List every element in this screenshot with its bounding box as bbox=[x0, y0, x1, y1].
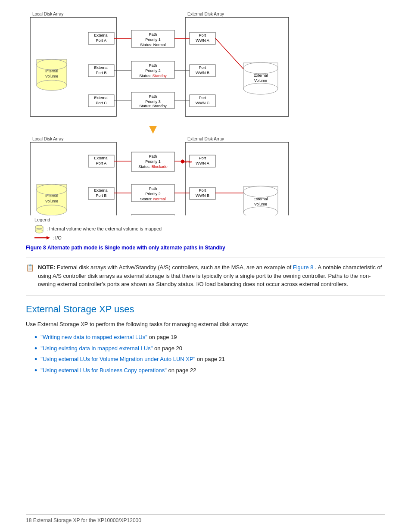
svg-text:External Disk Array: External Disk Array bbox=[187, 137, 224, 141]
svg-point-43 bbox=[243, 62, 278, 74]
svg-point-60 bbox=[37, 184, 67, 195]
svg-text:Volume: Volume bbox=[254, 202, 267, 206]
svg-text:Volume: Volume bbox=[45, 74, 58, 78]
svg-text:WWN B: WWN B bbox=[196, 71, 209, 75]
svg-text:Priority 2: Priority 2 bbox=[145, 68, 161, 73]
bullet-plain-2: on page 20 bbox=[154, 345, 182, 352]
svg-text:Path: Path bbox=[149, 187, 157, 191]
svg-text:WWN C: WWN C bbox=[196, 101, 210, 105]
diagram-svg: Local Disk Array Internal Volume Externa… bbox=[26, 9, 385, 215]
list-item: • "Using existing data in mapped externa… bbox=[34, 344, 385, 354]
io-arrow-icon bbox=[34, 235, 50, 240]
svg-text:Port A: Port A bbox=[96, 38, 107, 43]
svg-text:External: External bbox=[94, 188, 108, 193]
note-label: NOTE: bbox=[38, 264, 55, 271]
page-footer: 18 External Storage XP for the XP10000/X… bbox=[26, 514, 385, 523]
svg-text:Priority 1: Priority 1 bbox=[145, 159, 161, 164]
svg-text:Port A: Port A bbox=[96, 161, 107, 165]
list-item-text: "Writing new data to mapped external LUs… bbox=[40, 333, 177, 342]
svg-text:Port: Port bbox=[199, 156, 206, 160]
svg-marker-115 bbox=[47, 236, 50, 240]
bullet-link-3[interactable]: "Using external LUs for Volume Migration… bbox=[40, 356, 195, 362]
svg-text:WWN B: WWN B bbox=[196, 193, 209, 198]
svg-text:Priority 2: Priority 2 bbox=[145, 192, 161, 196]
svg-line-48 bbox=[215, 38, 243, 69]
svg-text:Status: Blockade: Status: Blockade bbox=[138, 165, 168, 169]
svg-text:Path: Path bbox=[149, 154, 157, 159]
svg-text:Port C: Port C bbox=[96, 101, 107, 105]
svg-point-98 bbox=[243, 186, 278, 197]
svg-text:Volume: Volume bbox=[254, 78, 267, 83]
svg-text:Port: Port bbox=[199, 96, 206, 100]
svg-text:External: External bbox=[94, 33, 108, 37]
note-icon: 📋 bbox=[26, 264, 34, 272]
svg-text:Port: Port bbox=[199, 33, 206, 37]
note-content: NOTE: External disk arrays with Active/S… bbox=[38, 263, 385, 289]
svg-text:Status: Normal: Status: Normal bbox=[140, 197, 166, 201]
list-item-text: "Using existing data in mapped external … bbox=[40, 344, 182, 353]
svg-text:Volume: Volume bbox=[45, 199, 58, 203]
list-item: • "Using external LUs for Business Copy … bbox=[34, 366, 385, 376]
bullet-plain-4: on page 22 bbox=[168, 367, 196, 373]
svg-text:Path: Path bbox=[149, 32, 157, 37]
svg-point-4 bbox=[37, 80, 67, 90]
bullet-link-4[interactable]: "Using external LUs for Business Copy op… bbox=[40, 367, 166, 373]
note-figure-link[interactable]: Figure 8 bbox=[293, 264, 314, 271]
svg-point-5 bbox=[37, 59, 67, 70]
svg-text:Port B: Port B bbox=[96, 193, 106, 198]
svg-text:Local Disk Array: Local Disk Array bbox=[32, 137, 63, 141]
svg-rect-80 bbox=[131, 215, 174, 215]
footer-text: 18 External Storage XP for the XP10000/X… bbox=[26, 517, 141, 523]
legend-io-text: : I/O bbox=[53, 235, 62, 240]
svg-text:Path: Path bbox=[149, 63, 157, 68]
svg-text:▼: ▼ bbox=[146, 122, 159, 136]
figure-caption: Figure 8 Alternate path mode is Single m… bbox=[26, 245, 385, 251]
legend: Legend : Internal volume where the exter… bbox=[34, 217, 385, 240]
bullet-link-1[interactable]: "Writing new data to mapped external LUs… bbox=[40, 334, 147, 340]
figure-label: Figure 8 bbox=[26, 245, 46, 251]
bullet-link-2[interactable]: "Using existing data in mapped external … bbox=[40, 345, 153, 352]
legend-io: : I/O bbox=[34, 235, 385, 240]
svg-text:WWN A: WWN A bbox=[196, 38, 209, 43]
svg-text:External: External bbox=[94, 96, 108, 100]
bullet-dot: • bbox=[34, 333, 37, 342]
svg-text:Error: Error bbox=[184, 160, 192, 164]
svg-text:Internal: Internal bbox=[45, 69, 58, 73]
diagram-container: Local Disk Array Internal Volume Externa… bbox=[26, 9, 385, 240]
legend-volume-text: : Internal volume where the external vol… bbox=[47, 226, 162, 231]
svg-point-113 bbox=[35, 225, 43, 229]
legend-title: Legend bbox=[34, 217, 385, 222]
section-heading: External Storage XP uses bbox=[26, 304, 385, 315]
cylinder-icon bbox=[34, 224, 44, 233]
figure-text: Alternate path mode is Single mode with … bbox=[47, 245, 225, 251]
bullet-plain-3: on page 21 bbox=[197, 356, 225, 362]
svg-point-59 bbox=[37, 205, 67, 215]
svg-text:External: External bbox=[253, 73, 268, 78]
bullet-dot: • bbox=[34, 366, 37, 376]
list-item-text: "Using external LUs for Business Copy op… bbox=[40, 366, 196, 375]
svg-text:Priority 1: Priority 1 bbox=[145, 37, 161, 42]
svg-text:WWN A: WWN A bbox=[196, 161, 209, 165]
svg-text:Port: Port bbox=[199, 188, 206, 193]
svg-text:Local Disk Array: Local Disk Array bbox=[32, 12, 63, 16]
bullet-dot: • bbox=[34, 344, 37, 354]
legend-volume: : Internal volume where the external vol… bbox=[34, 224, 385, 233]
svg-text:Port B: Port B bbox=[96, 71, 106, 75]
svg-text:External: External bbox=[94, 156, 108, 160]
note-text-before: External disk arrays with Active/Standby… bbox=[57, 264, 293, 271]
svg-text:External Disk Array: External Disk Array bbox=[187, 12, 224, 16]
section-body: Use External Storage XP to perform the f… bbox=[26, 320, 385, 329]
svg-text:External: External bbox=[94, 65, 108, 70]
divider-2 bbox=[26, 296, 385, 296]
svg-text:Status: Standby: Status: Standby bbox=[139, 74, 167, 78]
svg-point-112 bbox=[35, 230, 43, 233]
svg-point-42 bbox=[243, 83, 278, 94]
svg-text:Priority 3: Priority 3 bbox=[145, 100, 161, 104]
svg-text:External: External bbox=[253, 197, 268, 201]
svg-text:Internal: Internal bbox=[45, 194, 58, 198]
svg-text:Path: Path bbox=[149, 94, 157, 99]
svg-text:Status: Standby: Status: Standby bbox=[139, 104, 167, 108]
list-item: • "Using external LUs for Volume Migrati… bbox=[34, 355, 385, 364]
note-block: 📋 NOTE: External disk arrays with Active… bbox=[26, 263, 385, 289]
bullet-list: • "Writing new data to mapped external L… bbox=[34, 333, 385, 375]
